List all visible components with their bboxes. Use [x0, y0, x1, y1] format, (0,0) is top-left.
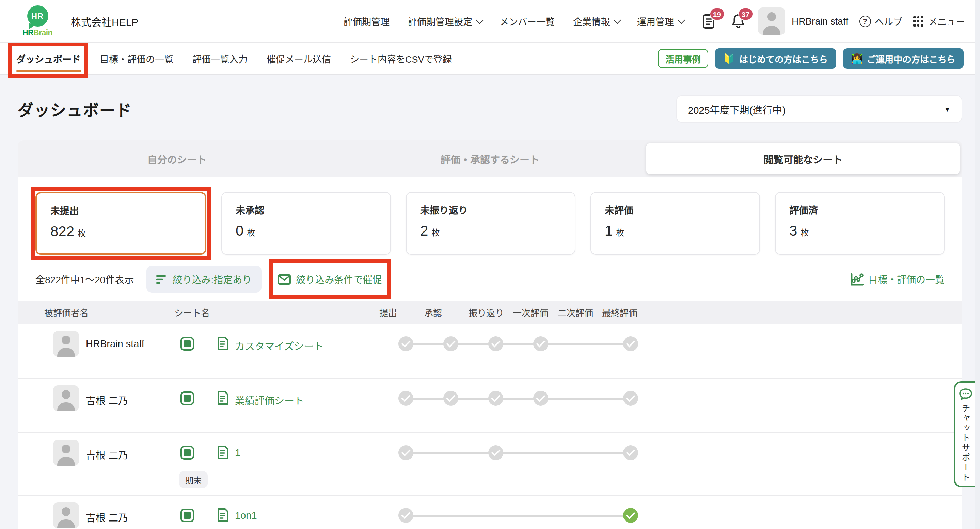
step-final-evaluation — [623, 391, 638, 406]
question-mark-icon: ? — [859, 15, 871, 27]
subnav-dashboard[interactable]: ダッシュボード — [16, 52, 81, 65]
envelope-icon — [277, 274, 290, 284]
top-navigation: 評価期管理 評価期管理設定 メンバー一覧 企業情報 運用管理 — [344, 14, 683, 28]
notifications-button[interactable]: 37 — [729, 11, 747, 31]
case-studies-button[interactable]: 活用事例 — [658, 49, 708, 68]
help-button[interactable]: ? ヘルプ — [859, 14, 902, 28]
stat-card-evaluated[interactable]: 評価済 3枚 — [775, 192, 945, 255]
table-header: 被評価者名 シート名 提出 承認 振り返り 一次評価 二次評価 最終評価 — [18, 301, 962, 324]
table-row: HRBrain staff カスタマイズシート — [18, 324, 962, 378]
evaluatee-name: 吉根 二乃 — [86, 447, 128, 462]
period-selected-value: 2025年度下期(進行中) — [688, 102, 786, 116]
evaluatee-name: HRBrain staff — [86, 338, 145, 349]
grid-menu-icon — [913, 16, 923, 26]
nav-company-info[interactable]: 企業情報 — [573, 14, 619, 28]
beginner-guide-button[interactable]: 🔰 はじめての方はこちら — [715, 48, 836, 69]
scrollbar-track[interactable] — [975, 0, 980, 529]
evaluatee-name: 吉根 二乃 — [86, 393, 128, 407]
col-evaluatee-name: 被評価者名 — [44, 306, 89, 319]
header-icons: 19 37 HRBrain staff ? ヘルプ メニュー — [700, 8, 965, 35]
chat-support-button[interactable]: チャットサポート — [954, 381, 975, 488]
table-row: 吉根 二乃 業績評価シート — [18, 378, 962, 433]
filter-icon — [156, 274, 167, 284]
table-row: 吉根 二乃 1on1 — [18, 496, 962, 529]
sheet-tabs: 自分のシート 評価・承認するシート 閲覧可能なシート — [18, 140, 962, 177]
dropdown-caret-icon: ▼ — [944, 105, 951, 113]
term-end-badge: 期末 — [179, 471, 208, 488]
avatar — [53, 502, 79, 528]
step-approve — [443, 391, 458, 406]
goals-evaluations-list-link[interactable]: 目標・評価の一覧 — [850, 272, 945, 286]
list-toolbar: 全822件中1〜20件表示 絞り込み:指定あり 絞り込み条件で催促 — [18, 265, 962, 293]
stat-card-unapproved[interactable]: 未承認 0枚 — [221, 192, 391, 255]
tab-my-sheets[interactable]: 自分のシート — [21, 143, 333, 174]
step-submit — [398, 445, 414, 460]
col-final-evaluation: 最終評価 — [602, 306, 638, 319]
avatar — [53, 331, 79, 357]
subnav-goals-evaluations-list[interactable]: 目標・評価の一覧 — [100, 52, 173, 65]
evaluation-period-select[interactable]: 2025年度下期(進行中) ▼ — [676, 95, 962, 122]
operating-guide-button[interactable]: 👩‍💻 ご運用中の方はこちら — [843, 48, 964, 69]
chat-support-label: チャットサポート — [959, 404, 972, 483]
sheet-name-link[interactable]: カスタマイズシート — [235, 338, 323, 353]
nav-evaluation-period-settings[interactable]: 評価期管理設定 — [408, 14, 481, 28]
app-viewport: HR HRBrain 株式会社HELP 評価期管理 評価期管理設定 メンバー一覧… — [0, 0, 980, 529]
sheet-status-icon — [180, 508, 194, 522]
step-submit — [398, 336, 414, 351]
tasks-button[interactable]: 19 — [700, 11, 718, 31]
chevron-down-icon — [613, 16, 621, 24]
page-title: ダッシュボード — [18, 97, 132, 121]
step-final-evaluation — [623, 445, 638, 460]
sheets-table: 被評価者名 シート名 提出 承認 振り返り 一次評価 二次評価 最終評価 HRB… — [18, 301, 962, 529]
filter-button[interactable]: 絞り込み:指定あり — [146, 265, 261, 293]
avatar — [53, 440, 79, 466]
col-second-evaluation: 二次評価 — [558, 306, 593, 319]
sheet-name-link[interactable]: 業績評価シート — [235, 393, 304, 407]
tab-evaluate-approve-sheets[interactable]: 評価・承認するシート — [333, 143, 646, 174]
chevron-down-icon — [677, 16, 685, 24]
step-final-evaluation — [623, 336, 638, 351]
step-reflection — [488, 391, 503, 406]
sheet-document-icon — [217, 508, 229, 522]
line-chart-icon — [850, 273, 864, 286]
sheet-name-link[interactable]: 1 — [235, 447, 240, 458]
hrbrain-logo-wordmark: HRBrain — [22, 29, 52, 37]
progress-stepper — [362, 496, 654, 529]
stat-card-unsubmitted[interactable]: 未提出 822枚 — [35, 192, 206, 255]
user-name: HRBrain staff — [792, 16, 848, 27]
result-count-text: 全822件中1〜20件表示 — [35, 272, 134, 286]
step-approve — [443, 336, 458, 351]
remind-by-filter-button[interactable]: 絞り込み条件で催促 — [277, 272, 382, 286]
sheet-name-link[interactable]: 1on1 — [235, 510, 257, 521]
step-submit — [398, 391, 414, 406]
step-first-evaluation — [533, 336, 548, 351]
nav-member-list[interactable]: メンバー一覧 — [500, 14, 555, 28]
sheet-document-icon — [217, 336, 229, 351]
col-submit: 提出 — [379, 306, 397, 319]
sheet-status-icon — [180, 446, 194, 459]
sheet-document-icon — [217, 445, 229, 459]
active-tab-underline — [16, 70, 81, 72]
hrbrain-logo-icon: HR — [27, 5, 48, 27]
menu-button[interactable]: メニュー — [913, 14, 965, 28]
tab-viewable-sheets[interactable]: 閲覧可能なシート — [647, 143, 959, 174]
notifications-badge: 37 — [738, 8, 753, 21]
avatar — [53, 385, 79, 411]
user-avatar[interactable] — [758, 8, 785, 35]
stat-cards: 未提出 822枚 未承認 0枚 未振り返り 2枚 未評価 1枚 評価済 3枚 — [18, 177, 962, 255]
sheet-document-icon — [217, 391, 229, 405]
table-row: 吉根 二乃 1 期末 — [18, 433, 962, 496]
stat-card-unevaluated[interactable]: 未評価 1枚 — [590, 192, 760, 255]
subnav-csv-register[interactable]: シート内容をCSVで登録 — [350, 52, 452, 65]
col-sheet-name: シート名 — [174, 306, 210, 319]
top-header: HR HRBrain 株式会社HELP 評価期管理 評価期管理設定 メンバー一覧… — [0, 0, 980, 43]
secondary-navigation: ダッシュボード 目標・評価の一覧 評価一覧入力 催促メール送信 シート内容をCS… — [0, 43, 980, 75]
hrbrain-logo[interactable]: HR HRBrain — [16, 5, 59, 37]
nav-operation-management[interactable]: 運用管理 — [637, 14, 683, 28]
nav-evaluation-period[interactable]: 評価期管理 — [344, 14, 390, 28]
stat-card-no-reflection[interactable]: 未振り返り 2枚 — [406, 192, 576, 255]
subnav-evaluation-bulk-input[interactable]: 評価一覧入力 — [192, 52, 248, 65]
subnav-reminder-mail[interactable]: 催促メール送信 — [267, 52, 331, 65]
technologist-icon: 👩‍💻 — [851, 53, 863, 64]
chevron-down-icon — [476, 16, 484, 24]
